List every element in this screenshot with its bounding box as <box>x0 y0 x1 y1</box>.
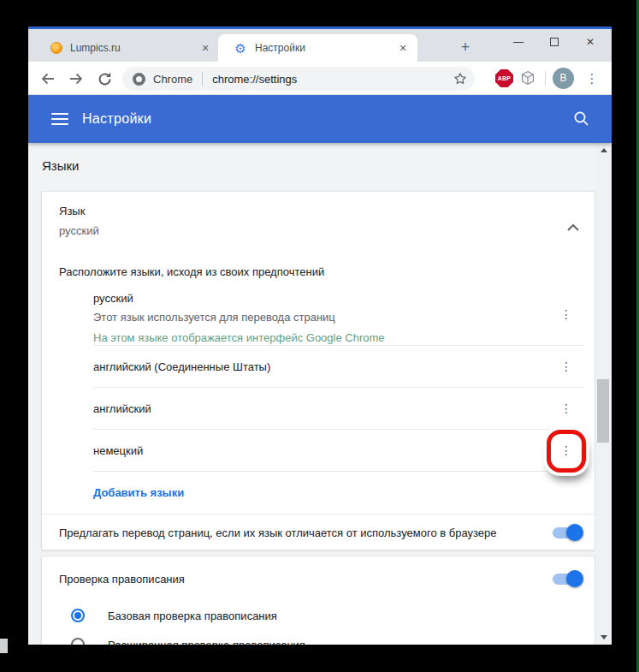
add-languages-link[interactable]: Добавить языки <box>93 486 184 499</box>
toggle-knob <box>566 524 583 541</box>
language-menu-button[interactable]: ⋮ <box>556 304 577 324</box>
screenshot-stage: Lumpics.ru ✕ ⚙ Настройки ✕ + — ✕ <box>0 0 639 672</box>
toolbar-divider <box>545 71 546 86</box>
spellcheck-card: Проверка правописания Базовая проверка п… <box>41 556 595 645</box>
add-languages-row: Добавить языки <box>93 472 595 514</box>
search-icon <box>573 110 589 127</box>
tab-close-icon[interactable]: ✕ <box>395 40 411 56</box>
maximize-button[interactable] <box>536 30 572 53</box>
taskbar-artifact <box>0 639 8 653</box>
spellcheck-option-enhanced[interactable]: Расширенная проверка правописания <box>42 630 595 645</box>
browser-toolbar: Chrome chrome://settings ABP B ⋮ <box>28 62 612 95</box>
languages-card: Язык русский Расположите языки, исходя и… <box>41 191 595 550</box>
tab-settings[interactable]: ⚙ Настройки ✕ <box>218 34 417 62</box>
chevron-up-icon[interactable] <box>567 219 579 235</box>
profile-avatar[interactable]: B <box>553 68 574 89</box>
language-row-russian: русский Этот язык используется для перев… <box>93 283 583 346</box>
tab-title: Настройки <box>255 42 395 54</box>
forward-button[interactable] <box>67 69 86 88</box>
tab-strip: Lumpics.ru ✕ ⚙ Настройки ✕ + — ✕ <box>28 29 612 62</box>
order-hint-text: Расположите языки, исходя из своих предп… <box>42 253 595 283</box>
omnibox-divider <box>202 72 203 86</box>
translate-offer-label: Предлагать перевод страниц, если их язык… <box>59 526 553 539</box>
browser-window: Lumpics.ru ✕ ⚙ Настройки ✕ + — ✕ <box>28 27 612 645</box>
settings-search-button[interactable] <box>573 110 589 127</box>
section-heading: Языки <box>42 158 79 173</box>
language-translate-note: Этот язык используется для перевода стра… <box>93 311 583 324</box>
star-icon <box>453 71 468 86</box>
radio-selected-icon[interactable] <box>71 609 85 622</box>
settings-header: Настройки <box>28 95 612 143</box>
new-tab-button[interactable]: + <box>454 37 476 59</box>
language-expander-row[interactable]: Язык русский <box>42 192 595 253</box>
language-row-english: английский ⋮ <box>93 388 583 430</box>
tab-title: Lumpics.ru <box>70 42 198 54</box>
browser-menu-button[interactable]: ⋮ <box>583 68 601 89</box>
language-name: русский <box>93 292 583 305</box>
back-button[interactable] <box>38 69 57 88</box>
translate-offer-toggle[interactable] <box>553 527 581 538</box>
red-highlight-annotation <box>547 430 586 473</box>
settings-gear-favicon-icon: ⚙ <box>234 42 247 55</box>
scroll-up-button[interactable] <box>595 143 612 158</box>
close-window-button[interactable]: ✕ <box>572 30 608 53</box>
spellcheck-option-basic[interactable]: Базовая проверка правописания <box>42 601 595 630</box>
language-menu-button[interactable]: ⋮ <box>556 398 577 419</box>
reload-button[interactable] <box>95 69 114 88</box>
language-row-english-us: английский (Соединенные Штаты) ⋮ <box>93 346 583 388</box>
scroll-up-arrow-icon <box>601 148 607 152</box>
language-name: английский <box>93 402 151 415</box>
scrollbar-thumb[interactable] <box>597 379 609 443</box>
bookmark-star-button[interactable] <box>453 71 468 86</box>
url-text: chrome://settings <box>212 73 453 86</box>
forward-arrow-icon <box>68 70 85 87</box>
spellcheck-row: Проверка правописания <box>42 556 595 601</box>
address-bar[interactable]: Chrome chrome://settings <box>122 67 475 91</box>
minimize-button[interactable]: — <box>500 30 536 53</box>
spellcheck-label: Проверка правописания <box>59 573 553 586</box>
lumpics-favicon-icon <box>50 42 62 54</box>
scroll-down-arrow-icon <box>601 635 607 639</box>
expander-subtitle: русский <box>59 224 595 237</box>
url-scheme-label: Chrome <box>153 73 192 86</box>
scroll-down-button[interactable] <box>595 630 612 645</box>
extension-cube-icon[interactable] <box>520 70 535 89</box>
adblock-extension-icon[interactable]: ABP <box>495 69 513 87</box>
tab-lumpics[interactable]: Lumpics.ru ✕ <box>37 34 218 62</box>
menu-hamburger-icon[interactable] <box>51 113 68 125</box>
chrome-logo-icon <box>133 73 145 86</box>
spellcheck-toggle[interactable] <box>553 574 581 585</box>
language-row-german: немецкий ⋮ <box>93 430 583 472</box>
language-menu-button[interactable]: ⋮ <box>556 356 577 377</box>
language-name: английский (Соединенные Штаты) <box>93 360 270 373</box>
page-scrollbar[interactable] <box>595 143 612 645</box>
back-arrow-icon <box>39 70 56 87</box>
tab-close-icon[interactable]: ✕ <box>198 40 213 56</box>
language-ui-note: На этом языке отображается интерфейс Goo… <box>93 331 583 344</box>
settings-title: Настройки <box>82 111 151 127</box>
expander-title: Язык <box>59 205 595 217</box>
toggle-knob <box>566 570 583 587</box>
window-controls: — ✕ <box>500 30 608 53</box>
settings-content: Языки Язык русский Расположите языки, ис… <box>28 143 595 645</box>
translate-offer-row: Предлагать перевод страниц, если их язык… <box>42 514 595 551</box>
radio-unselected-icon[interactable] <box>71 638 85 645</box>
maximize-icon <box>550 38 559 46</box>
reload-icon <box>97 71 113 87</box>
language-name: немецкий <box>93 444 143 457</box>
